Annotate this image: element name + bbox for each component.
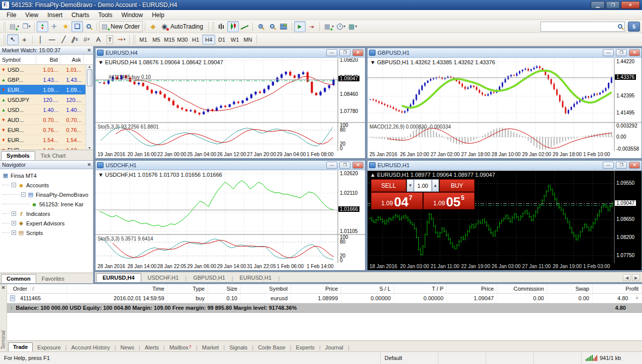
timeframe-m5-button[interactable]: M5 [150, 35, 163, 45]
tab-exposure[interactable]: Exposure [33, 343, 65, 351]
vertical-line-button[interactable]: │ [35, 34, 46, 45]
expand-icon[interactable]: + [12, 230, 16, 235]
scroll-up-icon[interactable]: ▲ [88, 65, 91, 68]
close-chart-button[interactable]: ✕ [352, 49, 363, 56]
close-icon[interactable]: ✕ [87, 48, 91, 53]
chart-area-gbpusd-h1[interactable]: ▼ GBPUSD,H1 1.43262 1.43385 1.43262 1.43… [368, 58, 641, 158]
new-order-button[interactable]: ▤+New Order [99, 21, 143, 32]
volume-increase-button[interactable]: ▲ [432, 179, 439, 192]
text-button[interactable]: A [93, 34, 104, 45]
tree-item-scripts[interactable]: +▤Scripts [2, 228, 93, 237]
periods-button[interactable]: ▾ [335, 21, 347, 32]
tab-journal[interactable]: Journal [321, 343, 348, 351]
menu-charts[interactable]: Charts [67, 11, 94, 20]
maximize-window-button[interactable]: ❐ [606, 1, 620, 9]
tree-item-platform[interactable]: ▦Finsa MT4 [2, 171, 93, 180]
close-chart-button[interactable]: ✕ [629, 49, 640, 56]
tree-item-expert-advisors[interactable]: +◆Expert Advisors [2, 218, 93, 228]
navigator-button[interactable]: ★ [60, 21, 71, 32]
menu-tools[interactable]: Tools [94, 11, 117, 20]
menu-help[interactable]: Help [147, 11, 169, 20]
equidistant-channel-button[interactable]: ∥E [69, 34, 81, 45]
tab-account-history[interactable]: Account History [67, 343, 115, 351]
column-bid[interactable]: Bid [36, 55, 60, 64]
restore-chart-button[interactable]: ❐ [339, 49, 350, 56]
auto-scroll-button[interactable]: ▶ [294, 21, 306, 32]
chart-tab-eurusd-h4[interactable]: EURUSD,H4 [96, 273, 141, 282]
column-tp[interactable]: T / P [394, 284, 447, 293]
chart-tab-eurusd-h1[interactable]: EURUSD,H1 [233, 273, 279, 282]
timeframe-m30-button[interactable]: M30 [176, 35, 189, 45]
chart-window-title-bar[interactable]: EURUSD,H1 — ❐ ✕ [368, 161, 641, 170]
zoom-out-button[interactable]: − [266, 21, 278, 32]
restore-chart-button[interactable]: ❐ [339, 162, 350, 169]
expand-icon[interactable]: + [12, 221, 16, 225]
close-chart-button[interactable]: ✕ [629, 162, 640, 169]
chart-area-usdchf-h1[interactable]: ▼ USDCHF,H1 1.01676 1.01703 1.01656 1.01… [96, 170, 365, 270]
tab-favorites[interactable]: Favorites [36, 274, 70, 283]
ohlc-quote-line[interactable]: ▲ EURUSD,H1 1.08977 1.09064 1.08977 1.09… [370, 172, 495, 178]
market-watch-row[interactable]: EUR...0.76...0.76... [0, 125, 85, 135]
collapse-icon[interactable]: − [12, 183, 16, 187]
zoom-in-button[interactable]: + [255, 21, 266, 32]
market-watch-row[interactable]: EUR...1.54...1.54... [0, 135, 85, 145]
column-commission[interactable]: Commission [497, 284, 547, 293]
horizontal-line-button[interactable]: — [46, 34, 58, 45]
timeframe-m1-button[interactable]: M1 [137, 35, 150, 45]
column-swap[interactable]: Swap [547, 284, 593, 293]
data-window-button[interactable]: ✛ [48, 21, 60, 32]
tab-mailbox[interactable]: Mailbox7 [165, 343, 196, 351]
minimize-chart-button[interactable]: — [603, 49, 614, 56]
crosshair-button[interactable]: + [19, 34, 30, 45]
sell-price-button[interactable]: 1.09047 [371, 192, 423, 209]
connection-status[interactable]: 941/1 kb [582, 352, 642, 364]
tab-market[interactable]: Market [198, 343, 224, 351]
column-size[interactable]: Size [208, 284, 241, 293]
chart-window-title-bar[interactable]: GBPUSD,H1 — ❐ ✕ [368, 48, 641, 58]
buy-price-button[interactable]: 1.09055 [423, 192, 475, 209]
tab-alerts[interactable]: Alerts [140, 343, 163, 351]
scroll-tabs-right-icon[interactable]: ▶ [632, 274, 640, 281]
expand-icon[interactable]: + [12, 211, 16, 216]
column-order[interactable]: Order / [7, 284, 67, 293]
market-watch-button[interactable]: ▲▼ [37, 21, 48, 32]
expert-advisors-button[interactable]: ◆ [147, 21, 159, 32]
tab-common[interactable]: Common [1, 274, 36, 283]
arrows-button[interactable]: ⇝▾ [116, 34, 127, 45]
toolbar-grip[interactable] [4, 35, 6, 44]
chart-area-eurusd-h4[interactable]: ▼ EURUSD,H4 1.08676 1.09064 1.08642 1.09… [96, 58, 365, 158]
scroll-down-icon[interactable]: ▼ [88, 146, 91, 150]
market-watch-row[interactable]: USD...1.40...1.40... [0, 105, 85, 115]
cursor-button[interactable]: ↖ [7, 34, 19, 45]
market-watch-row[interactable]: GBP...1.43...1.43... [0, 75, 85, 85]
close-icon[interactable]: ✕ [87, 162, 91, 167]
tab-trade[interactable]: Trade [8, 342, 33, 351]
column-sl[interactable]: S / L [341, 284, 394, 293]
restore-chart-button[interactable]: ❐ [616, 162, 627, 169]
column-profit[interactable]: Profit [593, 284, 642, 293]
ohlc-quote-line[interactable]: ▼ GBPUSD,H1 1.43262 1.43385 1.43262 1.43… [370, 59, 495, 65]
restore-chart-button[interactable]: ❐ [616, 49, 627, 56]
market-watch-row[interactable]: EUR...1.10...1.10... [0, 145, 85, 150]
timeframe-m15-button[interactable]: M15 [163, 35, 176, 45]
autotrading-button[interactable]: ◉AutoTrading [159, 21, 206, 32]
minimize-window-button[interactable]: ▁ [591, 1, 605, 9]
profiles-button[interactable]: ❐▾ [21, 21, 32, 32]
tab-experts[interactable]: Experts [291, 343, 319, 351]
timeframe-h4-button[interactable]: H4 [202, 35, 215, 45]
minimize-chart-button[interactable]: — [326, 49, 337, 56]
close-icon[interactable]: ✕ [2, 284, 6, 290]
tree-item-server[interactable]: −▤FinsaPty-DemoBravo [2, 190, 93, 199]
menu-view[interactable]: View [21, 11, 43, 20]
volume-decrease-button[interactable]: ▼ [407, 179, 414, 192]
toolbar-grip[interactable] [4, 22, 6, 31]
strategy-tester-button[interactable] [83, 21, 95, 32]
column-symbol[interactable]: Symbol [0, 55, 36, 64]
tab-news[interactable]: News [116, 343, 139, 351]
search-icon[interactable] [618, 24, 622, 29]
ohlc-quote-line[interactable]: ▼ EURUSD,H4 1.08676 1.09064 1.08642 1.09… [98, 59, 223, 65]
close-window-button[interactable]: ✕ [621, 1, 640, 9]
market-watch-row[interactable]: EUR...1.09...1.09... [0, 85, 85, 95]
search-input[interactable] [543, 24, 618, 30]
templates-button[interactable]: ▩▾ [347, 21, 358, 32]
